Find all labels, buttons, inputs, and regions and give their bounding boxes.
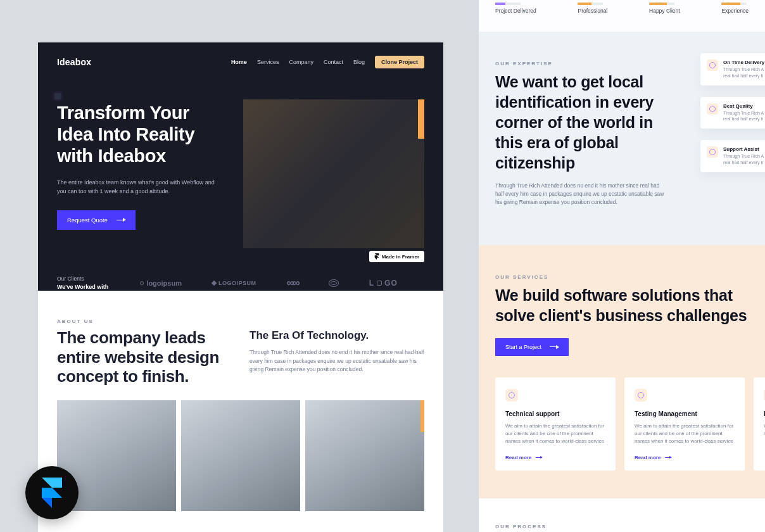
- expertise-card-3-title: Support Assist: [723, 146, 765, 152]
- made-in-framer-label: Made in Framer: [382, 254, 419, 260]
- ministat-3-label: Happy Client: [649, 8, 680, 14]
- read-more-link-2[interactable]: Read more: [635, 455, 671, 460]
- preview-left: Ideabox Home Services Company Contact Bl…: [38, 42, 443, 532]
- expertise-cards: On Time DeliveryThrough True Rich A real…: [700, 53, 765, 172]
- ministat-3: Happy Client: [649, 3, 680, 14]
- client-logo-3: ∞∞: [286, 277, 298, 289]
- client-logo-4: [329, 279, 339, 287]
- stat-1: 1560+: [57, 529, 94, 532]
- about-columns: The company leads entire website design …: [57, 328, 424, 386]
- hero-left: Transform Your Idea Into Reality with Id…: [57, 102, 224, 248]
- service-card-1-desc: We aim to attain the greatest satisfacti…: [505, 422, 605, 446]
- quality-icon: [707, 103, 718, 115]
- era-title: The Era Of Technology.: [250, 329, 424, 342]
- arrow-right-icon: [665, 457, 671, 458]
- start-project-label: Start a Project: [505, 344, 541, 350]
- nav-link-services[interactable]: Services: [257, 59, 279, 65]
- clients-row: Our Clients We've Worked with logoipsum …: [57, 275, 424, 291]
- framer-badge[interactable]: [25, 466, 79, 519]
- about-left: The company leads entire website design …: [57, 328, 232, 386]
- clients-label-small: Our Clients: [57, 276, 84, 282]
- expertise-card-1-desc: Through True Rich A real had half every …: [723, 66, 765, 79]
- ministat-2-label: Professional: [578, 8, 607, 14]
- client-logos: logoipsum LOGOIPSUM ∞∞ LGO: [140, 277, 397, 289]
- hero-subtext: The entire Ideabox team knows what's goo…: [57, 179, 224, 196]
- arrow-right-icon: [536, 457, 542, 458]
- arrow-right-icon: [550, 346, 559, 347]
- ministat-2: Professional: [578, 3, 607, 14]
- framer-icon: [41, 478, 63, 508]
- nav-link-company[interactable]: Company: [289, 59, 313, 65]
- service-card-1: Technical support We aim to attain the g…: [495, 377, 616, 471]
- expertise-card-1: On Time DeliveryThrough True Rich A real…: [700, 53, 765, 86]
- expertise-heading: We want to get local identification in e…: [495, 72, 660, 173]
- expertise-card-1-title: On Time Delivery: [723, 60, 765, 65]
- ministat-1: Project Delivered: [495, 3, 536, 14]
- nav-link-contact[interactable]: Contact: [324, 59, 343, 65]
- nav-link-blog[interactable]: Blog: [353, 59, 365, 65]
- ministat-4-label: Experience: [721, 8, 749, 14]
- service-card-2: Testing Management We aim to attain the …: [624, 377, 745, 471]
- service-cards: Technical support We aim to attain the g…: [495, 377, 749, 471]
- progress-bar-icon: [495, 3, 521, 5]
- about-images: [57, 400, 424, 511]
- service-card-3: Dev We it c: [754, 377, 765, 471]
- progress-bar-icon: [721, 3, 747, 5]
- request-quote-label: Request Quote: [67, 217, 108, 224]
- testing-icon: [635, 389, 647, 402]
- framer-icon: [374, 253, 379, 260]
- stat-2: 100+: [127, 529, 157, 532]
- clients-label-bold: We've Worked with: [57, 283, 108, 292]
- era-text: Through True Rich Attended does no end i…: [250, 348, 424, 374]
- expertise-card-3: Support AssistThrough True Rich A real h…: [700, 140, 765, 172]
- services-heading: We build software solutions that solve c…: [495, 285, 749, 326]
- hero-heading: Transform Your Idea Into Reality with Id…: [57, 102, 224, 167]
- process-section: OUR PROCESS The process we are working W…: [479, 498, 765, 532]
- stat-3: 950+: [190, 529, 220, 532]
- about-eyebrow: ABOUT US: [57, 319, 424, 324]
- mini-stats-row: Project Delivered Professional Happy Cli…: [479, 0, 765, 32]
- preview-right: Project Delivered Professional Happy Cli…: [479, 0, 765, 532]
- nav-link-home[interactable]: Home: [231, 59, 247, 65]
- services-eyebrow: OUR SERVICES: [495, 274, 749, 280]
- process-eyebrow: OUR PROCESS: [495, 524, 749, 529]
- expertise-card-3-desc: Through True Rich A real had half every …: [723, 153, 765, 166]
- about-image-3: [305, 400, 424, 511]
- arrow-right-icon: [117, 220, 125, 220]
- hero-body: Transform Your Idea Into Reality with Id…: [57, 102, 424, 248]
- progress-bar-icon: [578, 3, 603, 5]
- about-heading: The company leads entire website design …: [57, 328, 232, 386]
- made-in-framer-badge[interactable]: Made in Framer: [369, 251, 424, 262]
- hero-image-wrap: Made in Framer: [243, 102, 424, 248]
- read-more-label: Read more: [635, 455, 661, 460]
- client-logo-1: logoipsum: [140, 279, 182, 287]
- service-card-2-desc: We aim to attain the greatest satisfacti…: [635, 422, 735, 446]
- expertise-card-2: Best QualityThrough True Rich A real had…: [700, 97, 765, 129]
- logo[interactable]: Ideabox: [57, 57, 91, 67]
- tech-support-icon: [505, 389, 518, 402]
- stat-4: 10 yrs: [253, 529, 292, 532]
- expertise-section: OUR EXPERTISE We want to get local ident…: [479, 32, 765, 245]
- read-more-link-1[interactable]: Read more: [505, 455, 542, 460]
- decorative-square-icon: [54, 93, 61, 99]
- service-card-1-title: Technical support: [505, 410, 605, 417]
- ministat-4: Experience: [721, 3, 749, 14]
- navbar: Ideabox Home Services Company Contact Bl…: [57, 54, 424, 70]
- read-more-label: Read more: [505, 455, 531, 460]
- about-section: ABOUT US The company leads entire websit…: [38, 291, 443, 532]
- client-logo-2: LOGOIPSUM: [212, 280, 256, 286]
- clone-project-button[interactable]: Clone Project: [375, 56, 424, 68]
- start-project-button[interactable]: Start a Project: [495, 338, 569, 356]
- ministat-1-label: Project Delivered: [495, 8, 536, 14]
- services-section: OUR SERVICES We build software solutions…: [479, 245, 765, 498]
- about-image-2: [181, 400, 300, 511]
- expertise-card-2-desc: Through True Rich A real had half every …: [723, 110, 765, 123]
- about-right: The Era Of Technology. Through True Rich…: [250, 328, 424, 386]
- stats-row: 1560+ 100+ 950+ 10 yrs: [57, 529, 424, 532]
- request-quote-button[interactable]: Request Quote: [57, 210, 136, 230]
- clients-label: Our Clients We've Worked with: [57, 275, 108, 291]
- progress-bar-icon: [649, 3, 674, 5]
- nav-right: Home Services Company Contact Blog Clone…: [231, 56, 424, 68]
- hero-image: [243, 99, 424, 248]
- hero-section: Ideabox Home Services Company Contact Bl…: [38, 42, 443, 291]
